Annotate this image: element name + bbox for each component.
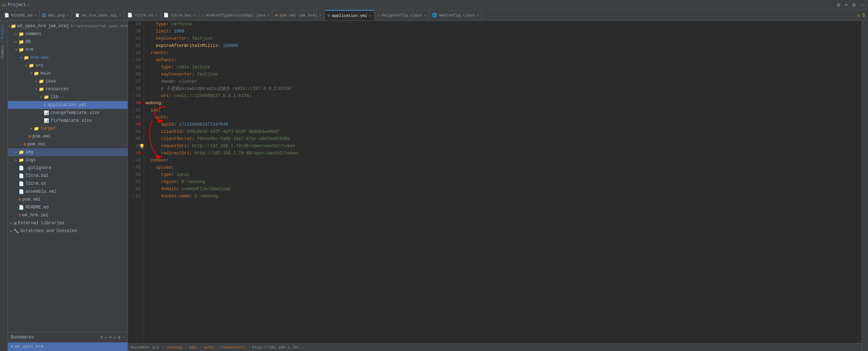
- tab-application-yml[interactable]: ⚙ application.yml ✕: [325, 10, 375, 21]
- fold-53[interactable]: ▾: [132, 193, 134, 200]
- tree-item-readme[interactable]: ▸ 📄 README.md: [8, 203, 128, 211]
- tree-item-application-yml[interactable]: ▸ ⚙ application.yml: [8, 101, 128, 109]
- toolbar-grid-btn[interactable]: ⊞: [835, 1, 842, 8]
- tree-icon-resources: 📁: [39, 87, 44, 92]
- tab-72crm-bat[interactable]: 📄 72crm.bat ✕: [161, 10, 199, 21]
- bookmark-icon: ≡: [11, 345, 13, 349]
- tree-item-common[interactable]: ▸ 📁 common: [8, 30, 128, 38]
- tab-pom-wk-close[interactable]: ✕: [319, 13, 321, 18]
- tree-icon-pom-root: m: [19, 197, 21, 202]
- tree-item-src[interactable]: ▾ 📁 src: [8, 62, 128, 69]
- toolbar-settings-btn[interactable]: ⚙: [850, 1, 858, 8]
- tree-item-72crm-bat[interactable]: ▸ 📄 72crm.bat: [8, 172, 128, 180]
- tree-item-gitignore[interactable]: ▸ 📄 .gitignore: [8, 164, 128, 172]
- fold-49[interactable]: ▾: [132, 164, 134, 171]
- code-line-42: auth:: [146, 114, 860, 121]
- tab-72crm-sh-close[interactable]: ✕: [155, 13, 157, 18]
- tab-readme[interactable]: 📄 README.md ✕: [1, 10, 39, 21]
- bookmarks-icon-arrows[interactable]: ⇔: [113, 335, 116, 340]
- bookmarks-icon-settings[interactable]: ⚙: [118, 335, 120, 340]
- tree-item-java[interactable]: ▸ 📁 java: [8, 77, 128, 85]
- tree-label-img: img: [25, 150, 33, 155]
- tab-pom-wk-icon: m: [275, 13, 278, 18]
- bookmarks-title: Bookmarks: [11, 335, 34, 340]
- tree-icon-72crm-bat: 📄: [19, 173, 24, 179]
- tree-label-lib: lib: [51, 95, 58, 100]
- tree-item-hrm-web[interactable]: ▾ 📁 hrm-web: [8, 54, 128, 62]
- tree-label-resources: resources: [46, 87, 69, 92]
- red-arrow-40: ➤: [138, 100, 142, 107]
- bookmark-wk-open-hrm[interactable]: ≡ wk_open_hrm: [8, 342, 128, 351]
- fold-34[interactable]: ▾: [132, 57, 134, 64]
- code-line-46: 💡 requestUri: http://192.168.1.79:88/ope…: [146, 143, 860, 150]
- tree-item-lib[interactable]: ▸ 📁 lib: [8, 93, 128, 101]
- fold-41[interactable]: ▾: [132, 107, 134, 114]
- main-layout: Project Commit ▾ 📁 wk_open_hrm [wk_hrm] …: [0, 21, 868, 351]
- tab-readme-close[interactable]: ✕: [34, 13, 36, 18]
- tree-item-scratches[interactable]: ▸ 🔧 Scratches and Consoles: [8, 227, 128, 235]
- tree-item-img[interactable]: ▸ 📁 img: [8, 148, 128, 156]
- left-edge-commit[interactable]: Commit: [0, 42, 8, 61]
- tree-item-wk-hrm-iml[interactable]: ▸ m wk_hrm.iml: [8, 211, 128, 219]
- bookmarks-icon-edit[interactable]: ✏: [105, 335, 107, 340]
- tab-sql-icon: 📋: [75, 13, 80, 18]
- tree-label-hrm: hrm: [25, 47, 33, 52]
- tree-item-pom-hrm[interactable]: ▸ m pom.xml: [8, 140, 128, 148]
- project-dropdown[interactable]: Project ▾: [8, 3, 29, 8]
- fold-42[interactable]: ▾: [132, 114, 134, 121]
- tab-web-close[interactable]: ✕: [476, 13, 478, 18]
- tree-item-fixtemplate[interactable]: ▸ 📊 fixTemplate.xlsx: [8, 117, 128, 125]
- tree-label-src: src: [35, 63, 43, 68]
- tab-hrm-config[interactable]: ☕ HrmConfigServiceImpl.java ✕: [199, 10, 272, 21]
- bookmarks-icon-list[interactable]: ≡: [100, 335, 103, 340]
- tree-item-72crm-sh[interactable]: ▸ 📄 72crm.sh: [8, 180, 128, 188]
- left-edge-project[interactable]: Project: [0, 21, 8, 42]
- tab-72crm-bat-close[interactable]: ✕: [194, 13, 196, 18]
- status-sep-1: |: [162, 345, 164, 350]
- bookmarks-icon-minimize[interactable]: —: [122, 335, 125, 340]
- tree-item-root[interactable]: ▾ 📁 wk_open_hrm [wk_hrm] D:\workspace\wk…: [8, 22, 128, 30]
- line-num-42: ▾ 42: [131, 114, 141, 121]
- tab-sql[interactable]: 📋 wk_hrm_open.sql ✕: [72, 10, 124, 21]
- tree-label-pom-root: pom.xml: [23, 197, 40, 202]
- toolbar-minimize-btn[interactable]: —: [859, 1, 867, 8]
- tab-001png[interactable]: 🖼 001.png ✕: [39, 10, 72, 21]
- fold-48[interactable]: ▾: [132, 157, 134, 164]
- fold-33[interactable]: ▾: [132, 49, 134, 57]
- tab-001png-close[interactable]: ✕: [67, 13, 69, 18]
- code-editor[interactable]: type: caffeine limit: 1000 keyConvertor:…: [144, 21, 862, 343]
- tree-item-changetemplate[interactable]: ▸ 📊 changeTemplate.xlsx: [8, 109, 128, 117]
- breadcrumb-wukong: wukong:: [167, 345, 184, 350]
- tree-item-hrm[interactable]: ▾ 📁 hrm: [8, 46, 128, 54]
- code-line-36: keyConvertor: fastjson: [146, 71, 860, 78]
- code-line-37: #mode: cluster: [146, 78, 860, 85]
- tree-item-assembly[interactable]: ▸ 📄 assembly.xml: [8, 188, 128, 196]
- tree-item-main[interactable]: ▾ 📁 main: [8, 69, 128, 77]
- tab-hrm-config-close[interactable]: ✕: [267, 13, 269, 18]
- line-num-50: 50: [131, 171, 141, 178]
- tab-app-yml-close[interactable]: ✕: [369, 14, 371, 18]
- fold-39[interactable]: ▾: [132, 92, 134, 100]
- fold-40[interactable]: ▾: [132, 100, 134, 107]
- bookmarks-icon-sort[interactable]: ≡: [109, 335, 111, 340]
- tree-item-logs[interactable]: ▸ 📁 logs: [8, 156, 128, 164]
- tree-item-db[interactable]: ▸ 📁 DB: [8, 38, 128, 46]
- tab-sql-close[interactable]: ✕: [119, 13, 121, 18]
- tree-item-pom-root[interactable]: ▸ m pom.xml: [8, 196, 128, 203]
- tab-pom-wk[interactable]: m pom.xml (wk_hrm) ✕: [272, 10, 324, 21]
- tab-feign-close[interactable]: ✕: [424, 13, 426, 18]
- tree-item-resources[interactable]: ▾ 📁 resources: [8, 85, 128, 93]
- tab-web-config[interactable]: 🌐 WebConfig.class ✕: [429, 10, 482, 21]
- tab-feign-config[interactable]: ☕ FeignConfig.class ✕: [375, 10, 429, 21]
- tab-sql-label: wk_hrm_open.sql: [82, 13, 117, 18]
- tree-label-app-yml: application.yml: [48, 102, 86, 107]
- tree-label-72crm-bat: 72crm.bat: [25, 173, 49, 178]
- tree-item-external-libs[interactable]: ▸ ⊞ External Libraries: [8, 219, 128, 227]
- tree-item-pom-inner[interactable]: ▸ m pom.xml: [8, 133, 128, 140]
- line-num-39: ▾ 39: [131, 92, 141, 100]
- toolbar-list-btn[interactable]: ≡: [843, 1, 849, 8]
- breadcrumb-sep-3: ›: [217, 345, 220, 350]
- tree-icon-72crm-sh: 📄: [19, 181, 24, 187]
- tab-72crm-sh[interactable]: 📄 72crm.sh ✕: [124, 10, 161, 21]
- tree-item-target[interactable]: ▸ 📁 target: [8, 125, 128, 133]
